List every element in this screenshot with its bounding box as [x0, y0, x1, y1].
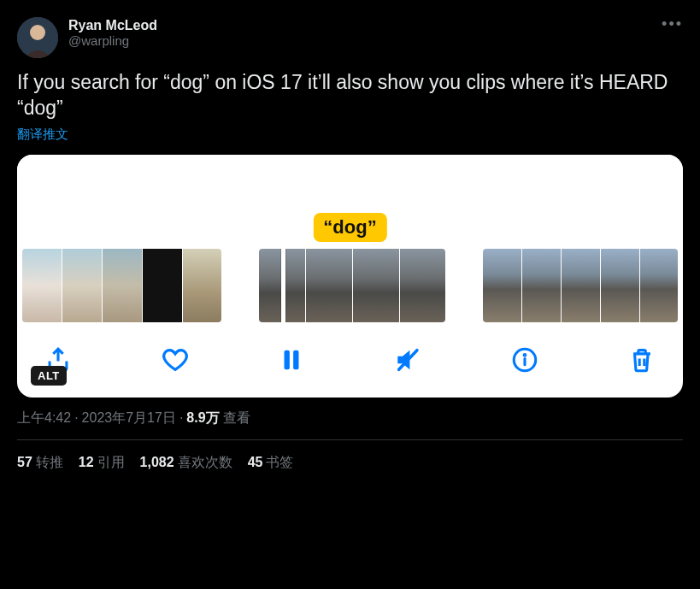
clip-group[interactable] [259, 249, 445, 322]
retweets-stat[interactable]: 57转推 [17, 454, 63, 472]
svg-rect-2 [285, 350, 290, 369]
media-card[interactable]: “dog” [17, 155, 683, 398]
clip-frame [562, 249, 600, 322]
sep: · [179, 410, 183, 426]
clip-frame [522, 249, 561, 322]
clips-row [17, 249, 683, 322]
clip-frame [103, 249, 142, 322]
views-label: 查看 [223, 409, 250, 427]
quotes-value: 12 [79, 455, 94, 469]
views-value: 8.9万 [186, 409, 219, 427]
clip-frame [143, 249, 182, 322]
handle[interactable]: @warpling [68, 33, 157, 49]
bookmarks-stat[interactable]: 45书签 [248, 454, 294, 472]
heart-icon[interactable] [158, 343, 192, 377]
avatar[interactable] [17, 17, 58, 58]
info-icon[interactable] [508, 343, 542, 377]
quotes-stat[interactable]: 12引用 [79, 454, 125, 472]
alt-badge[interactable]: ALT [31, 366, 67, 386]
clip-frame [640, 249, 678, 322]
tweet-text: If you search for “dog” on iOS 17 it’ll … [17, 70, 683, 121]
tweet-card: Ryan McLeod @warpling ••• If you search … [5, 5, 695, 472]
tweet-time[interactable]: 上午4:42 [17, 409, 71, 427]
quotes-label: 引用 [97, 455, 125, 469]
author-block: Ryan McLeod @warpling [68, 17, 157, 49]
clip-frame [353, 249, 399, 322]
more-icon[interactable]: ••• [662, 15, 683, 33]
search-match-tag: “dog” [313, 213, 386, 242]
bookmarks-value: 45 [248, 455, 263, 469]
bookmarks-label: 书签 [266, 455, 293, 469]
svg-rect-3 [293, 350, 298, 369]
clip-group[interactable] [483, 249, 678, 322]
tweet-date[interactable]: 2023年7月17日 [82, 409, 176, 427]
media-top: “dog” [17, 155, 683, 249]
clip-frame [183, 249, 221, 322]
pause-icon[interactable] [274, 343, 309, 377]
clip-frame [306, 249, 352, 322]
svg-point-1 [30, 25, 45, 40]
tweet-header: Ryan McLeod @warpling ••• [17, 17, 683, 58]
svg-point-6 [525, 354, 526, 356]
stats-row: 57转推 12引用 1,082喜欢次数 45书签 [17, 440, 683, 472]
clip-frame [601, 249, 639, 322]
clip-group[interactable] [22, 249, 221, 322]
clip-frame [400, 249, 445, 322]
likes-label: 喜欢次数 [178, 455, 232, 469]
clip-frame [62, 249, 102, 322]
playhead[interactable] [281, 249, 285, 322]
likes-stat[interactable]: 1,082喜欢次数 [140, 454, 232, 472]
translate-link[interactable]: 翻译推文 [17, 127, 68, 143]
display-name[interactable]: Ryan McLeod [68, 17, 157, 33]
sep: · [74, 410, 78, 426]
tweet-meta: 上午4:42 · 2023年7月17日 · 8.9万 查看 [17, 409, 683, 440]
retweets-label: 转推 [36, 455, 63, 469]
likes-value: 1,082 [140, 455, 174, 469]
media-toolbar [17, 322, 683, 384]
clip-frame [22, 249, 62, 322]
retweets-value: 57 [17, 455, 32, 469]
clip-frame [483, 249, 521, 322]
trash-icon[interactable] [625, 343, 659, 377]
speaker-muted-icon[interactable] [391, 343, 426, 377]
